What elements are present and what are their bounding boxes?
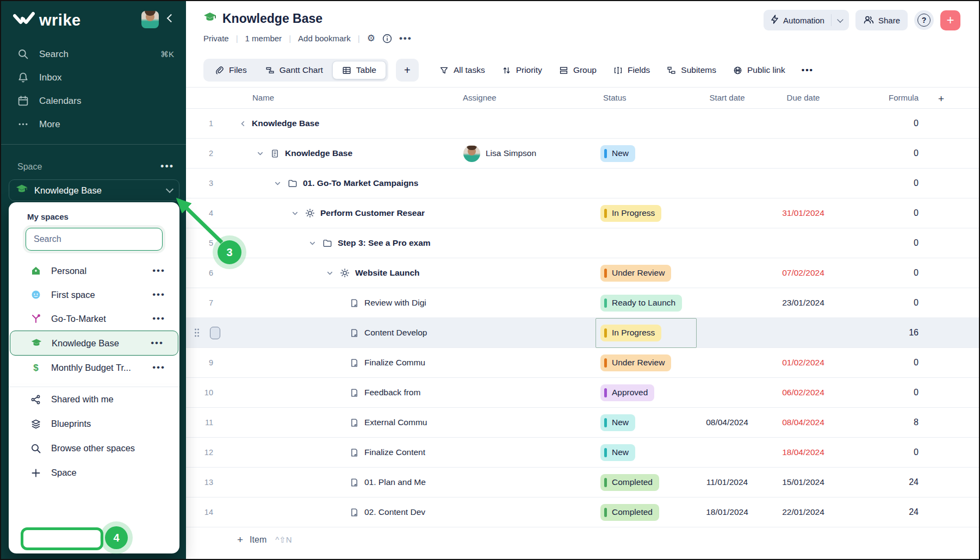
- user-avatar[interactable]: [141, 11, 159, 28]
- due-date-cell[interactable]: 18/04/2024: [773, 438, 833, 467]
- task-name-cell[interactable]: Perform Customer Resear: [291, 198, 425, 228]
- filter-subitems[interactable]: Subitems: [667, 65, 716, 75]
- status-cell[interactable]: Under Review: [600, 348, 671, 377]
- column-header-assignee[interactable]: Assignee: [463, 93, 497, 102]
- table-row[interactable]: 1Knowledge Base0: [186, 109, 979, 139]
- table-row[interactable]: 301. Go-To Market Campaigns0: [186, 169, 979, 198]
- share-button[interactable]: Share: [855, 10, 908, 30]
- space-item-menu-icon[interactable]: •••: [152, 289, 165, 300]
- column-header-formula[interactable]: Formula: [855, 93, 919, 102]
- dropdown-item-shared-with-me[interactable]: Shared with me: [9, 387, 179, 412]
- column-header-name[interactable]: Name: [252, 93, 274, 102]
- table-row[interactable]: 9Finalize CommuUnder Review01/02/20240: [186, 348, 979, 378]
- task-name-cell[interactable]: External Commu: [343, 408, 427, 437]
- filter-public-link[interactable]: Public link: [733, 65, 785, 75]
- task-name-cell[interactable]: 01. Plan and Me: [343, 468, 426, 497]
- due-date-cell[interactable]: 06/02/2024: [773, 378, 833, 407]
- dropdown-item-browse-other-spaces[interactable]: Browse other spaces: [9, 436, 179, 461]
- settings-gear-icon[interactable]: ⚙: [367, 33, 375, 44]
- column-header-due-date[interactable]: Due date: [773, 93, 833, 102]
- space-item-menu-icon[interactable]: •••: [151, 338, 164, 349]
- status-cell[interactable]: Ready to Launch: [600, 288, 682, 318]
- table-row[interactable]: 6Website LaunchUnder Review07/02/20240: [186, 258, 979, 288]
- sidebar-item-more[interactable]: More: [1, 113, 186, 136]
- sidebar-item-inbox[interactable]: Inbox: [1, 66, 186, 89]
- collapse-sidebar-icon[interactable]: [165, 14, 174, 23]
- filter-fields[interactable]: Fields: [613, 65, 650, 75]
- space-item-product-launches[interactable]: Product Launches•••: [9, 379, 179, 387]
- filter-priority[interactable]: Priority: [502, 65, 542, 75]
- start-date-cell[interactable]: 08/04/2024: [697, 408, 757, 437]
- column-header-status[interactable]: Status: [603, 93, 627, 102]
- table-row[interactable]: 7Review with DigiReady to Launch23/01/20…: [186, 288, 979, 318]
- chevron-down-icon[interactable]: [308, 239, 316, 247]
- table-row[interactable]: 12Finalize ContentNew18/04/20240: [186, 438, 979, 468]
- due-date-cell[interactable]: 22/01/2024: [773, 497, 833, 527]
- wrike-logo[interactable]: wrike: [13, 11, 81, 29]
- table-row[interactable]: 1301. Plan and MeCompleted11/01/202415/0…: [186, 468, 979, 497]
- status-cell[interactable]: Completed: [600, 497, 659, 527]
- task-name-cell[interactable]: 02. Content Dev: [343, 497, 425, 527]
- help-button[interactable]: ?: [914, 10, 934, 30]
- table-row[interactable]: 11External CommuNew08/04/202408/04/20248: [186, 408, 979, 438]
- more-options-icon[interactable]: •••: [399, 33, 412, 44]
- space-item-monthly-budget-tr[interactable]: $Monthly Budget Tr...•••: [9, 356, 179, 379]
- status-cell[interactable]: New: [600, 408, 635, 437]
- due-date-cell[interactable]: 31/01/2024: [773, 198, 833, 228]
- formula-cell[interactable]: 0: [855, 348, 919, 377]
- task-name-cell[interactable]: Website Launch: [326, 258, 420, 288]
- due-date-cell[interactable]: 01/02/2024: [773, 348, 833, 377]
- formula-cell[interactable]: 0: [855, 198, 919, 228]
- info-icon[interactable]: [382, 34, 392, 43]
- add-bookmark-link[interactable]: Add bookmark: [298, 34, 351, 43]
- chevron-down-icon[interactable]: [291, 209, 299, 217]
- status-cell[interactable]: New: [600, 438, 635, 467]
- task-name-cell[interactable]: Content Develop: [343, 318, 427, 347]
- space-item-go-to-market[interactable]: Go-To-Market•••: [9, 307, 179, 331]
- formula-cell[interactable]: 0: [855, 288, 919, 318]
- formula-cell[interactable]: 0: [855, 228, 919, 258]
- task-name-cell[interactable]: Knowledge Base: [256, 139, 352, 168]
- add-view-button[interactable]: +: [396, 59, 419, 82]
- formula-cell[interactable]: 24: [855, 497, 919, 527]
- table-row[interactable]: 10Feedback fromApproved06/02/20240: [186, 378, 979, 408]
- start-date-cell[interactable]: 11/01/2024: [697, 468, 757, 497]
- formula-cell[interactable]: 0: [855, 438, 919, 467]
- chevron-down-icon[interactable]: [274, 179, 281, 187]
- dropdown-item-space[interactable]: Space: [9, 461, 179, 485]
- space-item-menu-icon[interactable]: •••: [152, 386, 165, 387]
- formula-cell[interactable]: 0: [855, 378, 919, 407]
- sidebar-item-search[interactable]: Search⌘K: [1, 42, 186, 66]
- privacy-label[interactable]: Private: [203, 34, 229, 43]
- task-name-cell[interactable]: Feedback from: [343, 378, 420, 407]
- table-row[interactable]: 1402. Content DevCompleted18/01/202422/0…: [186, 497, 979, 527]
- drag-handle-icon[interactable]: [194, 318, 200, 347]
- status-cell[interactable]: In Progress: [600, 198, 661, 228]
- chevron-down-icon[interactable]: [326, 269, 333, 277]
- add-column-button[interactable]: +: [938, 93, 944, 105]
- due-date-cell[interactable]: 23/01/2024: [773, 288, 833, 318]
- task-name-cell[interactable]: Finalize Commu: [343, 348, 425, 377]
- view-tab-gantt-chart[interactable]: Gantt Chart: [256, 61, 332, 79]
- due-date-cell[interactable]: 07/02/2024: [773, 258, 833, 288]
- space-selector[interactable]: Knowledge Base: [9, 179, 179, 201]
- members-label[interactable]: 1 member: [245, 34, 282, 43]
- space-item-knowledge-base[interactable]: Knowledge Base•••: [10, 331, 178, 356]
- automation-button[interactable]: Automation: [764, 10, 849, 30]
- formula-cell[interactable]: 0: [855, 169, 919, 198]
- formula-cell[interactable]: 8: [855, 408, 919, 437]
- table-row[interactable]: 4Perform Customer ResearIn Progress31/01…: [186, 198, 979, 228]
- space-item-personal[interactable]: Personal•••: [9, 259, 179, 283]
- task-name-cell[interactable]: Step 3: See a Pro exam: [308, 228, 431, 258]
- task-name-cell[interactable]: Finalize Content: [343, 438, 425, 467]
- sidebar-item-calendars[interactable]: Calendars: [1, 89, 186, 113]
- status-cell[interactable]: Completed: [600, 468, 659, 497]
- task-name-cell[interactable]: 01. Go-To Market Campaigns: [274, 169, 418, 198]
- space-item-first-space[interactable]: First space•••: [9, 283, 179, 307]
- column-header-start-date[interactable]: Start date: [697, 93, 757, 102]
- create-new-button[interactable]: +: [940, 10, 960, 30]
- add-item-row[interactable]: + Item ^⇧N: [186, 527, 979, 552]
- space-section-menu-icon[interactable]: •••: [160, 161, 174, 172]
- table-row[interactable]: Content DevelopIn Progress16: [186, 318, 979, 348]
- view-tab-files[interactable]: Files: [206, 61, 256, 79]
